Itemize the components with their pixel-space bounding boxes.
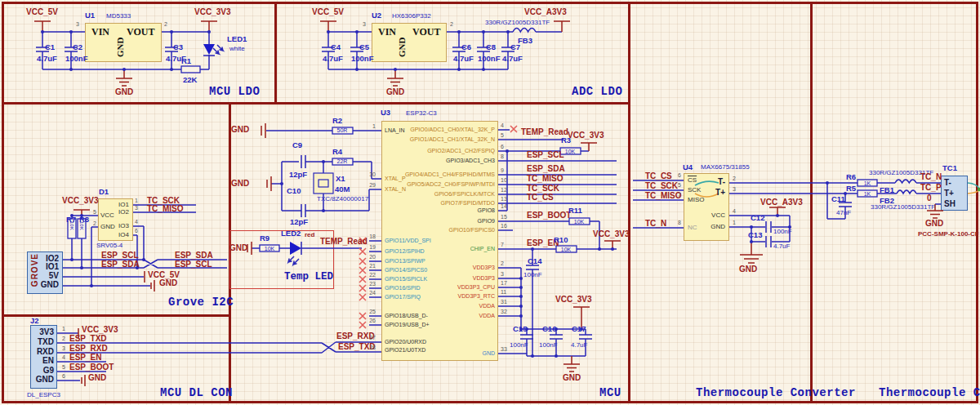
label-mc-c9v: 12pF	[289, 170, 307, 179]
label-up-va1: VDDA	[479, 303, 495, 309]
label-up-r4: GPIO4/ADC1_CH4/FSPIHD/MTMS	[405, 171, 495, 177]
label-tn-fb1: FB1	[880, 185, 894, 194]
label-dl-n4: 4	[62, 354, 65, 360]
label-tc-pcs: CS	[688, 176, 697, 184]
label-mc-r4v: 22R	[337, 158, 348, 164]
label-gr-grove: GROVE	[30, 253, 39, 287]
label-gr-pn4: 4	[135, 219, 138, 225]
label-al-vcc5v: VCC_5V	[312, 7, 344, 16]
label-al-gndr: GND	[397, 38, 407, 57]
label-un-27: 27	[369, 335, 376, 340]
label-al-u2: U2	[372, 11, 381, 20]
label-tc-n2: 2	[733, 176, 736, 181]
label-gr-io1: IO1	[118, 201, 129, 208]
label-al-u2p: HX6306P332	[392, 12, 431, 20]
label-al-fb3: FB3	[518, 36, 532, 45]
label-gr-io4: IO4	[118, 231, 129, 238]
label-un-20: 20	[369, 254, 376, 260]
label-un-31: 31	[501, 299, 507, 305]
label-un-32: 32	[501, 309, 507, 314]
label-dl-n6: 6	[62, 373, 65, 379]
crystal-x1	[314, 173, 333, 194]
label-al-c7v: 4.7uF	[502, 54, 523, 63]
label-up-va2: VDDA	[479, 313, 495, 318]
label-un-26: 26	[369, 318, 376, 323]
label-gr-gnd3: GND	[159, 278, 177, 287]
label-t-grove: Grove I2C	[168, 296, 234, 309]
label-tc-ptp: T+	[715, 188, 725, 197]
label-t-tcon: Thermocouple Con	[879, 386, 980, 399]
label-gr-scl2: ESP_SCL	[175, 260, 212, 269]
label-gr-sda1: ESP_SDA	[101, 260, 140, 269]
label-up-r2: GPIO2/ADC1_CH2/FSPIQ	[427, 148, 495, 154]
label-ml-c3: C3	[173, 42, 183, 51]
label-gr-io3: IO3	[118, 222, 129, 229]
label-mc-miso: TC_MISO	[527, 174, 563, 183]
label-t-mcu: MCU	[599, 386, 621, 399]
label-dl-p3v3: 3V3	[39, 327, 54, 336]
label-tc-sck: TC_SCK	[645, 181, 678, 190]
label-mc-gnd2: GND	[231, 179, 249, 188]
label-mc-r4: R4	[332, 147, 342, 156]
label-al-vout: VOUT	[412, 26, 440, 38]
label-dl-etxd: ESP_TXD	[69, 334, 107, 343]
label-mc-c17: C17	[572, 324, 586, 333]
label-gr-d1p: SRV05-4	[96, 242, 122, 249]
label-ml-c1v: 4.7uF	[37, 54, 57, 63]
label-un-11: 11	[501, 289, 506, 295]
label-un-21: 21	[369, 263, 376, 269]
label-gr-g5v: 5V	[49, 271, 59, 280]
label-mc-c14: C14	[528, 256, 541, 265]
label-up-xtn: XTAL_N	[385, 186, 406, 192]
label-up-g13: GPIO13/SPIWP	[385, 258, 425, 264]
label-ml-led1: LED1	[227, 34, 247, 43]
label-al-c8v: 100nF	[478, 54, 500, 63]
label-t-mcu-ldo: MCU LDO	[209, 85, 260, 98]
label-ml-vin: VIN	[91, 26, 109, 38]
label-mc-r10v: 10K	[561, 247, 571, 252]
label-up-r7: GPIO7/FSPID/MTDO	[440, 200, 495, 206]
led2-triangle	[290, 242, 301, 255]
label-un-33: 33	[501, 346, 507, 352]
label-mc-c16: C16	[542, 324, 556, 333]
label-tc-c12v: 100nF	[773, 228, 792, 235]
label-tc-n1: 1	[733, 220, 736, 225]
label-mc-led2: LED2	[281, 229, 301, 238]
label-al-c6: C6	[461, 42, 471, 51]
label-al-fb3p: 330R/GZ1005D331TF	[485, 19, 550, 26]
label-gr-pn5: 5	[93, 209, 96, 215]
label-al-c8: C8	[486, 42, 496, 51]
label-al-vcca: VCC_A3V3	[524, 7, 567, 16]
label-tn-ptm: T-	[944, 178, 951, 187]
label-tc-n3: 3	[733, 186, 736, 192]
label-gr-pn1: 1	[135, 198, 138, 203]
label-gr-ggnd: GND	[41, 280, 59, 289]
label-mc-cs: TC_CS	[527, 193, 554, 202]
label-dl-gndn: GND	[88, 373, 106, 382]
label-un-6: 6	[501, 144, 504, 149]
label-tn-r6v: 1K	[864, 180, 871, 186]
label-tc-pvcc: VCC	[711, 211, 725, 219]
label-up-r9: GPIO9	[478, 218, 495, 224]
label-mc-c16v: 100nF	[539, 341, 558, 349]
label-up-g19: GPIO19/USB_D+	[385, 322, 430, 327]
label-un-16: 16	[501, 223, 507, 229]
led1-triangle	[203, 44, 215, 55]
label-up-r5: GPIO5/ADC2_CH0/FSPIWP/MTDI	[407, 181, 495, 187]
label-up-g16: GPIO16/SPID	[385, 285, 421, 291]
label-un-10: 10	[501, 177, 507, 183]
label-up-g18: GPIO18/USB_D-	[385, 313, 428, 318]
label-tc-cs: TC_CS	[645, 171, 672, 180]
label-al-p2: 2	[450, 21, 453, 27]
label-ml-vout: VOUT	[127, 26, 154, 38]
label-ml-u1: U1	[85, 11, 95, 20]
label-mc-led2c: red	[305, 231, 314, 238]
label-dl-erxd: ESP_RXD	[69, 344, 108, 353]
label-un-13: 13	[501, 196, 507, 202]
label-tn-ptp: T+	[944, 189, 954, 198]
label-t-adc-ldo: ADC LDO	[572, 85, 622, 98]
label-dl-een: ESP_EN	[69, 353, 101, 362]
label-un-5: 5	[501, 132, 504, 138]
label-dl-eboot: ESP_BOOT	[69, 363, 114, 372]
label-ml-vcc5v: VCC_5V	[26, 7, 58, 16]
